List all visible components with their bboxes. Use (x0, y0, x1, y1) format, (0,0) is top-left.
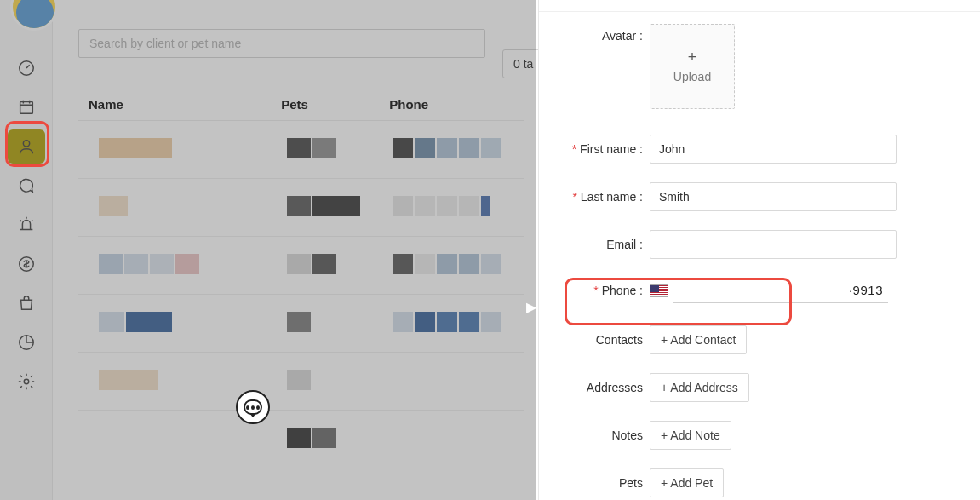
svg-point-4 (24, 379, 29, 384)
upload-label: Upload (673, 70, 711, 83)
sidebar-item-reports[interactable] (8, 325, 45, 359)
table-row[interactable] (78, 121, 524, 179)
email-label: Email : (606, 238, 643, 251)
tag-filter-label: 0 ta (513, 57, 533, 71)
col-name: Name (78, 97, 281, 112)
chat-fab[interactable] (236, 390, 270, 424)
add-address-button[interactable]: + Add Address (650, 373, 749, 402)
email-input[interactable] (650, 230, 897, 259)
plus-icon: + (688, 49, 697, 65)
search-placeholder: Search by client or pet name (89, 37, 241, 50)
table-row[interactable] (78, 295, 524, 353)
last-name-label: Last name : (581, 190, 643, 204)
pets-label: Pets (539, 476, 650, 490)
phone-label: Phone : (602, 284, 643, 297)
gear-icon (17, 372, 36, 391)
table-row[interactable] (78, 237, 524, 295)
avatar-upload[interactable]: + Upload (650, 24, 735, 109)
notes-label: Notes (539, 428, 650, 442)
first-name-label: First name : (580, 142, 643, 156)
addresses-label: Addresses (539, 381, 650, 394)
first-name-input[interactable] (650, 135, 897, 164)
table-header: Name Pets Phone (78, 89, 524, 121)
gauge-icon (17, 59, 36, 78)
last-name-input[interactable] (650, 182, 897, 211)
table-row[interactable] (78, 179, 524, 237)
search-input[interactable]: Search by client or pet name (78, 29, 485, 58)
siren-icon (17, 216, 36, 234)
pie-chart-icon (17, 333, 36, 352)
table-row[interactable] (78, 353, 524, 411)
svg-point-2 (23, 141, 29, 147)
sidebar (0, 0, 53, 500)
sidebar-item-dashboard[interactable] (8, 51, 45, 85)
bag-icon (17, 294, 36, 313)
us-flag-icon[interactable] (650, 284, 668, 297)
sidebar-item-retail[interactable] (8, 286, 45, 320)
add-contact-button[interactable]: + Add Contact (650, 325, 747, 354)
client-form-drawer: Avatar : + Upload *First name : *Last na… (538, 0, 980, 500)
drawer-collapse-handle[interactable]: ▶ (524, 295, 538, 319)
sidebar-item-messages[interactable] (8, 169, 45, 203)
sidebar-item-alerts[interactable] (8, 208, 45, 242)
table-row[interactable] (78, 411, 524, 468)
sidebar-item-settings[interactable] (8, 365, 45, 399)
svg-rect-1 (20, 102, 32, 114)
add-pet-button[interactable]: + Add Pet (650, 468, 724, 497)
chat-icon (17, 176, 36, 195)
calendar-icon (17, 98, 36, 117)
col-phone: Phone (389, 97, 524, 112)
add-note-button[interactable]: + Add Note (650, 421, 731, 450)
chat-bubble-icon (244, 399, 262, 415)
dollar-circle-icon (17, 255, 36, 273)
contacts-label: Contacts (539, 333, 650, 347)
avatar-label: Avatar : (539, 24, 650, 43)
table-body (78, 121, 524, 468)
phone-input[interactable] (673, 278, 888, 303)
brand-logo (10, 0, 58, 31)
sidebar-item-calendar[interactable] (8, 90, 45, 124)
main-content: Search by client or pet name Name Pets P… (53, 9, 536, 500)
person-icon (17, 137, 36, 156)
col-pets: Pets (281, 97, 389, 112)
sidebar-item-billing[interactable] (8, 247, 45, 281)
sidebar-item-clients[interactable] (8, 129, 45, 164)
